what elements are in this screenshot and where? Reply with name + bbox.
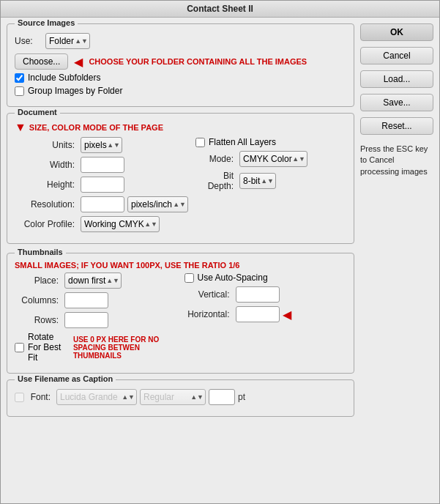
resolution-input[interactable]: 72: [81, 196, 124, 212]
caption-label: Use Filename as Caption: [15, 374, 116, 383]
height-label: Height:: [15, 179, 81, 190]
thumbnails-annotation: SMALL IMAGES; IF YOU WANT 100PX, USE THE…: [15, 261, 239, 270]
choose-row: Choose... ◀ CHOOSE YOUR FOLDER CONTAININ…: [15, 53, 346, 70]
color-profile-row: Color Profile: Working CMYK ▲▼: [15, 216, 188, 232]
rows-row: Rows: 6: [15, 312, 177, 328]
thumbnails-label: Thumbnails: [15, 248, 66, 256]
thumbnails-annotation-block: SMALL IMAGES; IF YOU WANT 100PX, USE THE…: [15, 261, 346, 270]
bit-depth-select[interactable]: 8-bit: [239, 173, 276, 189]
autospacing-checkbox[interactable]: [184, 273, 194, 283]
resolution-row: Resolution: 72 pixels/inch ▲▼: [15, 196, 188, 212]
resolution-unit-wrapper: pixels/inch ▲▼: [127, 196, 188, 212]
caption-section: Use Filename as Caption Font: Lucida Gra…: [7, 379, 354, 417]
color-profile-select[interactable]: Working CMYK: [81, 216, 160, 232]
caption-font-row: Font: Lucida Grande ▲▼ Regular ▲▼ 26: [15, 389, 346, 405]
flatten-layers-label: Flatten All Layers: [209, 137, 276, 147]
vertical-label: Vertical:: [184, 289, 236, 300]
rotate-row: Rotate For Best Fit USE 0 PX HERE FOR NO…: [15, 332, 177, 363]
columns-label: Columns:: [15, 295, 64, 305]
units-select-wrapper: pixels ▲▼: [81, 137, 122, 153]
horizontal-row: Horizontal: 1 px ◀: [184, 306, 347, 322]
place-row: Place: down first ▲▼: [15, 273, 177, 289]
font-label: Font:: [24, 392, 56, 402]
choose-button[interactable]: Choose...: [15, 53, 68, 70]
place-wrapper: down first ▲▼: [64, 273, 122, 289]
title-bar: Contact Sheet II: [1, 1, 439, 18]
main-window: Contact Sheet II Source Images Use: Fold…: [0, 0, 440, 504]
thumb-left-col: Place: down first ▲▼ Columns: 6: [15, 273, 177, 366]
vertical-row: Vertical: 1 px: [184, 286, 347, 303]
document-annotation-block: ▼ SIZE, COLOR MODE OF THE PAGE: [15, 121, 346, 134]
columns-input[interactable]: 6: [64, 292, 108, 308]
autospacing-label: Use Auto-Spacing: [198, 273, 268, 283]
color-profile-wrapper: Working CMYK ▲▼: [81, 216, 160, 232]
use-label: Use:: [15, 36, 41, 46]
rows-label: Rows:: [15, 315, 64, 325]
save-button[interactable]: Save...: [360, 94, 433, 111]
units-select[interactable]: pixels: [81, 137, 122, 153]
height-row: Height: 600: [15, 177, 188, 193]
ok-button[interactable]: OK: [360, 23, 433, 41]
group-by-folder-label: Group Images by Folder: [28, 86, 122, 96]
rows-input[interactable]: 6: [64, 312, 108, 328]
font-size-input[interactable]: 26: [209, 389, 235, 405]
doc-left-col: Units: pixels ▲▼ Width: 600: [15, 137, 188, 236]
resolution-label: Resolution:: [15, 199, 81, 210]
bit-depth-label: Bit Depth:: [195, 171, 239, 191]
reset-button[interactable]: Reset...: [360, 117, 433, 135]
include-subfolders-row: Include Subfolders: [15, 73, 346, 83]
vertical-input[interactable]: 1 px: [236, 286, 280, 303]
doc-arrow-icon: ▼: [15, 121, 26, 134]
pt-label: pt: [238, 392, 245, 402]
caption-enabled-checkbox[interactable]: [15, 393, 24, 402]
mode-select[interactable]: CMYK Color: [239, 151, 307, 167]
color-profile-label: Color Profile:: [15, 219, 81, 229]
resolution-unit-select[interactable]: pixels/inch: [127, 196, 188, 212]
choose-annotation: CHOOSE YOUR FOLDER CONTAINING ALL THE IM…: [89, 57, 307, 66]
choose-arrow-icon: ◀: [74, 55, 83, 69]
include-subfolders-checkbox[interactable]: [15, 73, 24, 83]
group-by-folder-row: Group Images by Folder: [15, 86, 346, 96]
use-select[interactable]: Folder: [45, 33, 90, 49]
font-style-select[interactable]: Regular: [140, 389, 206, 405]
width-label: Width:: [15, 160, 81, 170]
include-subfolders-label: Include Subfolders: [28, 73, 100, 83]
document-columns: Units: pixels ▲▼ Width: 600: [15, 137, 346, 236]
group-by-folder-checkbox[interactable]: [15, 86, 24, 96]
mode-wrapper: CMYK Color ▲▼: [239, 151, 307, 167]
font-style-wrapper: Regular ▲▼: [140, 389, 206, 405]
width-input[interactable]: 600: [81, 157, 124, 173]
mode-label: Mode:: [195, 154, 239, 164]
document-annotation: SIZE, COLOR MODE OF THE PAGE: [29, 123, 163, 132]
place-select[interactable]: down first: [64, 273, 122, 289]
thumbnails-section: Thumbnails SMALL IMAGES; IF YOU WANT 100…: [7, 253, 354, 374]
horizontal-label: Horizontal:: [184, 309, 236, 319]
units-row: Units: pixels ▲▼: [15, 137, 188, 153]
bit-depth-row: Bit Depth: 8-bit ▲▼: [195, 171, 346, 191]
font-select[interactable]: Lucida Grande: [56, 389, 137, 405]
autospacing-row: Use Auto-Spacing: [184, 273, 347, 283]
spacing-annotation: USE 0 PX HERE FOR NO SPACING BETWEN THUM…: [73, 336, 177, 360]
flatten-layers-row: Flatten All Layers: [195, 137, 346, 147]
right-panel: OK Cancel Load... Save... Reset... Press…: [360, 23, 433, 497]
source-images-section: Source Images Use: Folder ▲▼ Choose...: [7, 23, 354, 107]
thumbnails-columns: Place: down first ▲▼ Columns: 6: [15, 273, 346, 366]
bit-depth-wrapper: 8-bit ▲▼: [239, 173, 276, 189]
use-row: Use: Folder ▲▼: [15, 33, 346, 49]
flatten-layers-checkbox[interactable]: [195, 138, 205, 147]
document-section: Document ▼ SIZE, COLOR MODE OF THE PAGE …: [7, 113, 354, 244]
height-input[interactable]: 600: [81, 177, 124, 193]
doc-right-col: Flatten All Layers Mode: CMYK Color ▲▼: [195, 137, 346, 236]
place-label: Place:: [15, 275, 64, 286]
source-images-label: Source Images: [15, 18, 78, 27]
horizontal-input[interactable]: 1 px: [236, 306, 280, 322]
font-wrapper: Lucida Grande ▲▼: [56, 389, 137, 405]
mode-row: Mode: CMYK Color ▲▼: [195, 151, 346, 167]
rotate-label: Rotate For Best Fit: [28, 332, 65, 363]
left-panel: Source Images Use: Folder ▲▼ Choose...: [7, 23, 354, 497]
load-button[interactable]: Load...: [360, 70, 433, 88]
use-select-wrapper: Folder ▲▼: [45, 33, 90, 49]
rotate-checkbox[interactable]: [15, 343, 24, 352]
columns-row: Columns: 6: [15, 292, 177, 308]
cancel-button[interactable]: Cancel: [360, 47, 433, 64]
